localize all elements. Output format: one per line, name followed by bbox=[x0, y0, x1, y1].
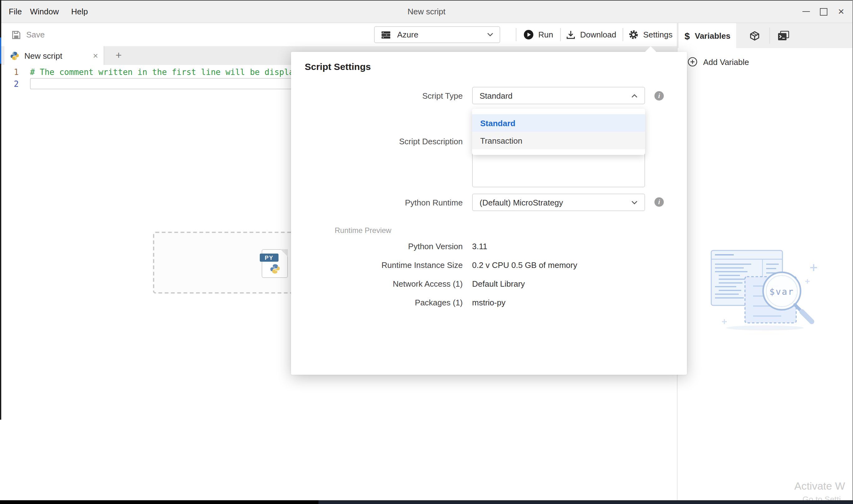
save-label: Save bbox=[26, 30, 44, 39]
packages-value: mstrio-py bbox=[472, 298, 506, 307]
popover-arrow bbox=[645, 46, 656, 52]
file-fold-corner bbox=[280, 249, 288, 257]
gear-icon bbox=[628, 29, 639, 40]
maximize-button[interactable] bbox=[815, 0, 832, 23]
script-description-label: Script Description bbox=[291, 137, 463, 146]
popover-title: Script Settings bbox=[305, 61, 371, 72]
python-runtime-select[interactable]: (Default) MicroStrategy bbox=[472, 194, 645, 211]
runtime-preview-section-label: Runtime Preview bbox=[335, 226, 391, 235]
right-panel-tabs: $ Variables bbox=[677, 23, 853, 48]
variables-panel: Add Variable bbox=[677, 48, 853, 500]
python-version-label: Python Version bbox=[291, 242, 463, 251]
variables-empty-illustration: $var bbox=[708, 247, 826, 334]
terminal-icon bbox=[777, 30, 789, 41]
python-file-icon: PY bbox=[262, 249, 288, 278]
runtime-instance-size-value: 0.2 v CPU 0.5 GB of memory bbox=[472, 260, 577, 270]
line-number-2: 2 bbox=[0, 79, 19, 89]
window-close-icon: × bbox=[838, 6, 844, 17]
dropdown-option-standard[interactable]: Standard bbox=[472, 114, 645, 132]
settings-button[interactable]: Settings bbox=[628, 23, 673, 46]
code-line-comment[interactable]: # The comment written in the first line … bbox=[30, 68, 299, 77]
toolbar: Save Azure bbox=[0, 23, 677, 46]
app-window: File Window Help New script × Save bbox=[0, 0, 853, 504]
plus-circle-icon bbox=[688, 57, 697, 67]
title-bar: File Window Help New script × bbox=[0, 0, 853, 23]
script-type-value: Standard bbox=[479, 91, 513, 100]
environment-select[interactable]: Azure bbox=[374, 26, 500, 43]
variables-tab-label: Variables bbox=[695, 31, 730, 40]
line-number-1: 1 bbox=[0, 68, 19, 77]
window-top-border bbox=[0, 0, 853, 1]
minimize-icon bbox=[802, 11, 810, 12]
runtime-instance-size-label: Runtime Instance Size bbox=[291, 260, 463, 270]
dropdown-option-transaction[interactable]: Transaction bbox=[472, 132, 645, 149]
maximize-icon bbox=[820, 8, 828, 15]
window-left-accent bbox=[0, 37, 1, 64]
script-settings-popover: Script Settings Script Type Standard i S… bbox=[291, 52, 687, 375]
chevron-up-icon bbox=[631, 93, 638, 98]
python-runtime-info-icon[interactable]: i bbox=[654, 197, 664, 207]
save-button[interactable]: Save bbox=[11, 23, 44, 46]
editor-tab-new-script[interactable]: New script × bbox=[4, 46, 104, 65]
server-stack-icon bbox=[381, 30, 391, 40]
py-badge: PY bbox=[260, 254, 278, 262]
script-type-dropdown: Standard Transaction bbox=[472, 109, 645, 155]
tab-close-icon[interactable]: × bbox=[93, 51, 98, 60]
tab-packages[interactable] bbox=[741, 23, 767, 48]
window-title: New script bbox=[0, 0, 853, 23]
chevron-down-icon bbox=[631, 200, 638, 204]
add-variable-button[interactable]: Add Variable bbox=[688, 57, 749, 67]
download-label: Download bbox=[580, 30, 616, 39]
script-type-info-icon[interactable]: i bbox=[654, 91, 664, 101]
download-icon bbox=[566, 30, 576, 40]
run-icon bbox=[523, 29, 534, 40]
script-type-select[interactable]: Standard bbox=[472, 87, 645, 104]
dollar-icon: $ bbox=[685, 30, 690, 41]
download-button[interactable]: Download bbox=[566, 23, 616, 46]
taskbar-strip-left bbox=[0, 500, 319, 504]
script-type-label: Script Type bbox=[291, 91, 463, 101]
stage: File Window Help New script × Save bbox=[0, 0, 853, 504]
tab-console[interactable] bbox=[770, 23, 796, 48]
python-logo-icon bbox=[10, 51, 19, 60]
python-logo-icon bbox=[270, 264, 280, 274]
toolbar-separator bbox=[560, 28, 561, 41]
toolbar-separator bbox=[516, 28, 516, 41]
packages-label: Packages (1) bbox=[291, 298, 463, 307]
new-tab-button[interactable]: + bbox=[110, 46, 127, 65]
taskbar-strip-right bbox=[319, 500, 853, 504]
run-button[interactable]: Run bbox=[523, 23, 553, 46]
add-variable-label: Add Variable bbox=[703, 57, 749, 67]
cube-icon bbox=[749, 30, 760, 41]
window-close-button[interactable]: × bbox=[832, 0, 850, 23]
minimize-button[interactable] bbox=[797, 0, 815, 23]
run-label: Run bbox=[538, 30, 553, 39]
toolbar-separator bbox=[622, 28, 623, 41]
network-access-value: Default Library bbox=[472, 279, 525, 289]
activate-watermark-line1: Activate W bbox=[794, 480, 845, 493]
editor-tab-label: New script bbox=[24, 51, 62, 60]
tab-variables[interactable]: $ Variables bbox=[679, 23, 736, 48]
network-access-label: Network Access (1) bbox=[291, 279, 463, 289]
settings-label: Settings bbox=[643, 30, 673, 39]
chevron-down-icon bbox=[487, 33, 493, 37]
save-icon bbox=[11, 30, 21, 40]
illustration-var-text: $var bbox=[769, 287, 794, 297]
python-runtime-label: Python Runtime bbox=[291, 198, 463, 208]
python-version-value: 3.11 bbox=[472, 242, 487, 251]
python-runtime-value: (Default) MicroStrategy bbox=[479, 198, 563, 207]
environment-value: Azure bbox=[397, 30, 418, 39]
